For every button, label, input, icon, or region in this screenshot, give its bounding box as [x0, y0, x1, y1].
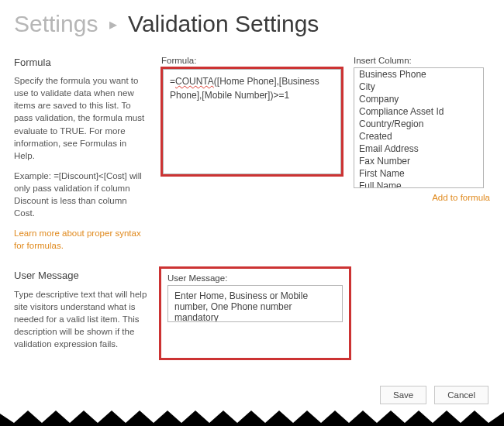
formula-desc-2: Example: =[Discount]<[Cost] will only pa…	[14, 170, 149, 219]
user-message-highlight: User Message:	[161, 269, 349, 358]
cancel-button[interactable]: Cancel	[434, 386, 488, 404]
breadcrumb: Settings ▸ Validation Settings	[14, 11, 490, 37]
formula-input[interactable]: =COUNTA([Home Phone],[Business Phone],[M…	[163, 69, 341, 174]
syntax-help-link[interactable]: Learn more about proper syntax for formu…	[14, 227, 149, 252]
user-message-input[interactable]	[167, 285, 343, 322]
formula-heading: Formula	[14, 56, 149, 70]
column-option[interactable]: Business Phone	[354, 68, 483, 81]
column-option[interactable]: Email Address	[354, 143, 483, 155]
column-option[interactable]: Fax Number	[354, 155, 483, 167]
column-option[interactable]: First Name	[354, 167, 483, 180]
column-option[interactable]: Company	[354, 93, 483, 105]
column-option[interactable]: Created	[354, 130, 483, 143]
insert-column-label: Insert Column:	[354, 56, 490, 65]
formula-label: Formula:	[161, 56, 343, 65]
column-option[interactable]: City	[354, 81, 483, 93]
chevron-right-icon: ▸	[109, 15, 117, 33]
column-option[interactable]: Compliance Asset Id	[354, 105, 483, 118]
user-message-heading: User Message	[14, 269, 149, 283]
user-message-label: User Message:	[167, 273, 343, 283]
column-option[interactable]: Country/Region	[354, 118, 483, 130]
page-title: Validation Settings	[128, 11, 319, 36]
settings-link[interactable]: Settings	[14, 11, 98, 36]
jagged-edge-decoration	[0, 403, 504, 426]
formula-desc-1: Specify the formula you want to use to v…	[14, 74, 149, 162]
column-option[interactable]: Full Name	[354, 180, 483, 188]
user-message-desc: Type descriptive text that will help sit…	[14, 288, 149, 350]
insert-column-listbox[interactable]: Business PhoneCityCompanyCompliance Asse…	[354, 67, 484, 188]
add-to-formula-link[interactable]: Add to formula	[432, 193, 490, 202]
formula-highlight: =COUNTA([Home Phone],[Business Phone],[M…	[161, 67, 343, 176]
save-button[interactable]: Save	[380, 386, 426, 404]
